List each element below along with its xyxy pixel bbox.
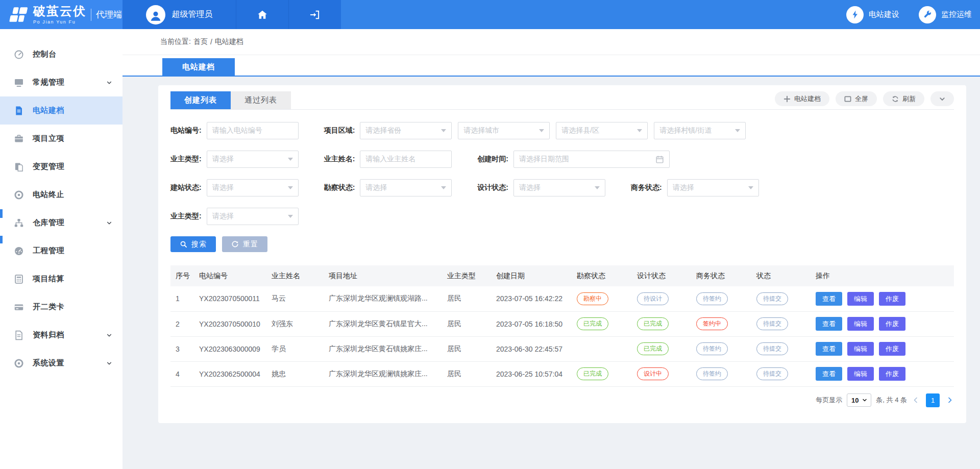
- reset-button[interactable]: 重置: [222, 236, 267, 252]
- void-button[interactable]: 作废: [879, 342, 905, 356]
- edit-button[interactable]: 编辑: [847, 367, 874, 381]
- refresh-button[interactable]: 刷新: [883, 91, 924, 106]
- reset-button-label: 重置: [243, 240, 258, 249]
- logout-button[interactable]: [288, 0, 341, 29]
- dashboard-icon: [14, 50, 24, 60]
- filter-row: 业主类型:请选择: [170, 208, 954, 225]
- create-time-date-input[interactable]: 请选择日期范围: [513, 151, 670, 168]
- owner-type-2-select[interactable]: 请选择: [207, 208, 299, 225]
- filter-group-business-status: 商务状态:请选择: [631, 179, 759, 196]
- cell-design-status: 已完成: [633, 336, 692, 361]
- sidebar-item-label: 开二类卡: [33, 302, 112, 312]
- column-header: 勘察状态: [573, 265, 633, 286]
- top-header: 破茧云伏 Po Jian Yun Fu 代理端 超级管理员 电站建设监控运维: [0, 0, 980, 29]
- filter-row: 建站状态:请选择勘察状态:请选择设计状态:请选择商务状态:请选择: [170, 179, 954, 196]
- filter-group-region-city: 请选择城市: [458, 122, 550, 139]
- add-station-button[interactable]: 电站建档: [775, 91, 829, 106]
- sidebar-item-project-settlement[interactable]: 项目结算: [0, 265, 122, 293]
- region-county-select[interactable]: 请选择县/区: [556, 122, 648, 139]
- logo[interactable]: 破茧云伏 Po Jian Yun Fu 代理端: [0, 0, 122, 29]
- status-pill: 设计中: [637, 367, 669, 380]
- placeholder-text: 请选择: [212, 155, 284, 164]
- region-town-select[interactable]: 请选择村镇/街道: [654, 122, 746, 139]
- header-nav-station-construction[interactable]: 电站建设: [846, 6, 899, 23]
- view-button[interactable]: 查看: [816, 342, 842, 356]
- sidebar-item-label: 系统设置: [33, 358, 106, 368]
- user-menu[interactable]: 超级管理员: [122, 0, 236, 29]
- sidebar-item-station-filing[interactable]: 电站建档: [0, 96, 122, 125]
- edit-button[interactable]: 编辑: [847, 292, 874, 306]
- breadcrumb-separator: /: [210, 38, 212, 46]
- station-no-input[interactable]: 请输入电站编号: [207, 122, 299, 139]
- sidebar-item-change-management[interactable]: 变更管理: [0, 153, 122, 181]
- chevron-down-icon: [106, 80, 112, 86]
- sidebar-item-type2-card[interactable]: 开二类卡: [0, 293, 122, 321]
- home-button[interactable]: [236, 0, 288, 29]
- filter-group-survey-status: 勘察状态:请选择: [324, 179, 452, 196]
- create-time-label: 创建时间:: [477, 155, 508, 164]
- sidebar-item-station-termination[interactable]: 电站终止: [0, 181, 122, 209]
- placeholder-text: 请选择: [212, 183, 284, 192]
- tab-passed-list[interactable]: 通过列表: [231, 91, 291, 109]
- region-city-select[interactable]: 请选择城市: [458, 122, 550, 139]
- cell-owner-name: 学员: [267, 336, 325, 361]
- page-number-current[interactable]: 1: [926, 393, 940, 407]
- design-status-select[interactable]: 请选择: [513, 179, 605, 196]
- breadcrumb-home[interactable]: 首页: [193, 37, 208, 46]
- logo-subtitle: Po Jian Yun Fu: [33, 19, 86, 24]
- sidebar-item-data-archiving[interactable]: 资料归档: [0, 321, 122, 349]
- next-page-button[interactable]: [946, 396, 954, 404]
- sidebar-scroll-indicator[interactable]: [0, 209, 3, 218]
- build-status-select[interactable]: 请选择: [207, 179, 299, 196]
- fullscreen-button[interactable]: 全屏: [836, 91, 877, 106]
- header-nav-monitoring-ops[interactable]: 监控运维: [919, 6, 972, 23]
- region-province-select[interactable]: 请选择省份: [360, 122, 452, 139]
- cell-seq: 2: [170, 311, 195, 336]
- business-status-select[interactable]: 请选择: [667, 179, 759, 196]
- caret-down-icon: [441, 129, 446, 132]
- placeholder-text: 请选择: [212, 212, 284, 221]
- ring-icon: [14, 358, 24, 368]
- cell-status: 待提交: [752, 286, 812, 311]
- sidebar-scroll-indicator[interactable]: [0, 236, 3, 243]
- owner-name-input[interactable]: 请输入业主姓名: [360, 151, 452, 168]
- avatar: [146, 5, 165, 24]
- sidebar-item-general-management[interactable]: 常规管理: [0, 68, 122, 96]
- edit-button[interactable]: 编辑: [847, 317, 874, 331]
- status-pill: 待设计: [637, 292, 669, 305]
- edit-button[interactable]: 编辑: [847, 342, 874, 356]
- per-page-label: 每页显示: [816, 396, 842, 405]
- per-page-select[interactable]: 10: [847, 393, 871, 407]
- page-tab-station-filing[interactable]: 电站建档: [162, 58, 235, 76]
- collapse-button[interactable]: [930, 91, 954, 106]
- per-page-value: 10: [851, 397, 859, 404]
- cell-status: 待提交: [752, 361, 812, 386]
- void-button[interactable]: 作废: [879, 317, 905, 331]
- station-list-panel: 创建列表通过列表 电站建档全屏刷新 电站编号:请输入电站编号项目区域:请选择省份…: [158, 85, 966, 423]
- column-header: 操作: [812, 265, 954, 286]
- sidebar-item-warehouse-management[interactable]: 仓库管理: [0, 209, 122, 237]
- sidebar-item-project-initiation[interactable]: 项目立项: [0, 125, 122, 153]
- owner-type-select[interactable]: 请选择: [207, 151, 299, 168]
- view-button[interactable]: 查看: [816, 292, 842, 306]
- search-button[interactable]: 搜索: [170, 236, 216, 252]
- view-button[interactable]: 查看: [816, 367, 842, 381]
- copy-icon: [14, 162, 24, 172]
- caret-down-icon: [539, 129, 544, 132]
- view-button[interactable]: 查看: [816, 317, 842, 331]
- calendar-icon: [655, 155, 664, 164]
- sidebar-item-console[interactable]: 控制台: [0, 40, 122, 68]
- sidebar-item-label: 电站终止: [33, 190, 112, 200]
- filter-row: 电站编号:请输入电站编号项目区域:请选择省份请选择城市请选择县/区请选择村镇/街…: [170, 122, 954, 139]
- sidebar-item-engineering-management[interactable]: 工程管理: [0, 237, 122, 265]
- sidebar-item-system-settings[interactable]: 系统设置: [0, 349, 122, 377]
- prev-page-button[interactable]: [912, 396, 920, 404]
- void-button[interactable]: 作废: [879, 292, 905, 306]
- logo-divider: [91, 9, 91, 21]
- cell-owner-name: 刘强东: [267, 311, 325, 336]
- tab-create-list[interactable]: 创建列表: [170, 91, 231, 109]
- void-button[interactable]: 作废: [879, 367, 905, 381]
- main-area: 当前位置: 首页 / 电站建档 电站建档 创建列表通过列表 电站建档全屏刷新 电…: [122, 29, 980, 469]
- caret-down-icon: [748, 186, 753, 189]
- survey-status-select[interactable]: 请选择: [360, 179, 452, 196]
